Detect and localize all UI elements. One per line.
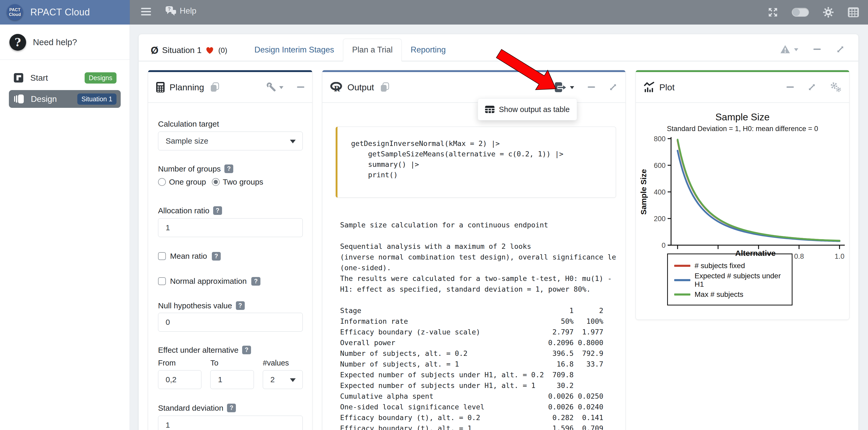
values-select[interactable]: 2: [263, 370, 303, 389]
apps-grid-icon[interactable]: [848, 7, 859, 18]
card-icon-group: [780, 45, 845, 54]
minimize-icon[interactable]: [786, 86, 794, 88]
one-group-label: One group: [169, 177, 206, 187]
sample-size-chart: 02004006008000.20.40.60.81.0Sample Size: [639, 133, 847, 264]
expand-icon[interactable]: [836, 45, 845, 54]
chart-legend: Alternative # subjects fixed Expected # …: [667, 254, 793, 305]
help-question-badge[interactable]: ?: [236, 301, 245, 310]
from-label: From: [158, 359, 202, 369]
to-input[interactable]: 1: [210, 370, 254, 389]
export-dropdown[interactable]: [554, 82, 574, 93]
caret-down-icon: [570, 86, 574, 91]
planning-form: Calculation target Sample size Number of…: [148, 103, 312, 430]
minimize-icon[interactable]: [297, 86, 304, 88]
file-export-icon: [554, 82, 566, 93]
show-output-as-table-item[interactable]: Show output as table: [499, 105, 570, 114]
tab-design-interim-stages[interactable]: Design Interim Stages: [246, 39, 343, 61]
output-header: R Output: [322, 72, 625, 103]
standard-deviation-label: Standard deviation?: [158, 404, 303, 414]
tools-dropdown[interactable]: [267, 82, 283, 92]
calculation-target-value: Sample size: [165, 137, 208, 145]
effect-range-inputs: 0,2 1 2: [158, 370, 303, 389]
hamburger-menu-icon[interactable]: [141, 8, 151, 17]
warnings-dropdown[interactable]: [780, 45, 798, 54]
heart-icon[interactable]: [205, 46, 214, 55]
legend-swatch-blue: [674, 279, 690, 281]
sidebar-item-design[interactable]: Design Situation 1: [9, 90, 121, 108]
groups-radio-row: One group Two groups: [158, 177, 303, 187]
help-bubble-icon: ?: [165, 6, 177, 16]
logo-text-1: PACT: [9, 7, 20, 12]
normal-approximation-row: Normal approximation ?: [158, 276, 303, 286]
sun-settings-icon[interactable]: [823, 6, 834, 18]
svg-text:Sample Size: Sample Size: [639, 169, 648, 214]
plot-title: Plot: [659, 82, 675, 92]
legend-swatch-red: [674, 265, 690, 267]
svg-text:0: 0: [662, 241, 665, 249]
toggle-knob: [793, 9, 800, 16]
fullscreen-arrows-icon[interactable]: [768, 7, 778, 18]
plot-body: Sample Size Standard Deviation = 1, H0: …: [636, 112, 849, 305]
copy-icon[interactable]: [210, 82, 220, 92]
svg-text:400: 400: [654, 188, 665, 196]
design-icon: [13, 94, 24, 104]
calculation-target-select[interactable]: Sample size: [158, 132, 303, 151]
minimize-icon[interactable]: [588, 86, 595, 88]
legend-swatch-green: [674, 293, 690, 296]
need-help-item[interactable]: ? Need help?: [0, 25, 130, 51]
gears-settings-icon[interactable]: [830, 82, 841, 92]
plot-panel: Plot Sample Size Standard Deviation = 1,…: [636, 70, 849, 320]
help-question-badge[interactable]: ?: [227, 404, 236, 412]
sidebar-item-label: Start: [30, 73, 48, 83]
sidebar-item-start[interactable]: Start Designs: [9, 69, 121, 87]
sidebar: ? Need help? Start Designs Design Situat…: [0, 25, 130, 430]
two-groups-radio[interactable]: [212, 178, 220, 186]
minimize-icon[interactable]: [813, 48, 821, 51]
standard-deviation-input[interactable]: 1: [158, 416, 303, 430]
r-code-block: getDesignInverseNormal(kMax = 2) |> getS…: [336, 127, 616, 198]
values-label: #values: [263, 359, 303, 369]
caret-down-icon: [279, 86, 283, 91]
tab-plan-a-trial[interactable]: Plan a Trial: [343, 39, 402, 61]
designs-badge: Designs: [85, 72, 117, 84]
from-input[interactable]: 0,2: [158, 370, 202, 389]
mean-ratio-row: Mean ratio ?: [158, 251, 303, 261]
topbar-icon-group: [768, 0, 859, 25]
allocation-ratio-input[interactable]: 1: [158, 218, 303, 237]
to-label: To: [211, 359, 254, 369]
legend-label: Max # subjects: [694, 290, 743, 299]
copy-icon[interactable]: [380, 82, 390, 92]
svg-text:0.8: 0.8: [794, 253, 804, 260]
expand-icon[interactable]: [609, 83, 618, 92]
brand-title: RPACT Cloud: [30, 7, 90, 18]
one-group-radio[interactable]: [158, 178, 166, 186]
null-hypothesis-input[interactable]: 0: [158, 313, 303, 332]
help-question-badge[interactable]: ?: [251, 277, 260, 286]
planning-panel: Planning Calculation target Sample size: [148, 70, 312, 430]
allocation-ratio-label: Allocation ratio?: [158, 206, 303, 216]
help-button[interactable]: ? Help: [165, 6, 196, 16]
help-question-badge[interactable]: ?: [213, 206, 222, 215]
help-question-badge[interactable]: ?: [224, 164, 233, 173]
help-question-badge[interactable]: ?: [242, 346, 251, 354]
theme-toggle[interactable]: [792, 8, 809, 17]
number-of-groups-label: Number of groups?: [158, 164, 303, 174]
start-icon: [13, 73, 24, 83]
wrench-icon: [267, 82, 276, 92]
planning-header: Planning: [148, 72, 312, 103]
output-result-text: Sample size calculation for a continuous…: [340, 220, 620, 430]
favorites-count: (0): [218, 46, 227, 55]
tab-reporting[interactable]: Reporting: [402, 39, 455, 61]
calculator-icon: [156, 82, 165, 93]
legend-item: # subjects fixed: [674, 259, 792, 273]
help-label: Help: [180, 6, 196, 16]
brand-header: PACT Cloud RPACT Cloud: [0, 0, 130, 25]
x-axis-label: Alternative: [735, 249, 776, 258]
mean-ratio-checkbox[interactable]: [158, 252, 166, 260]
planning-title: Planning: [169, 82, 204, 92]
help-question-badge[interactable]: ?: [212, 252, 221, 261]
chart-title: Sample Size: [636, 112, 849, 123]
plot-accent: [636, 70, 849, 72]
expand-icon[interactable]: [807, 83, 816, 92]
normal-approximation-checkbox[interactable]: [158, 277, 166, 285]
